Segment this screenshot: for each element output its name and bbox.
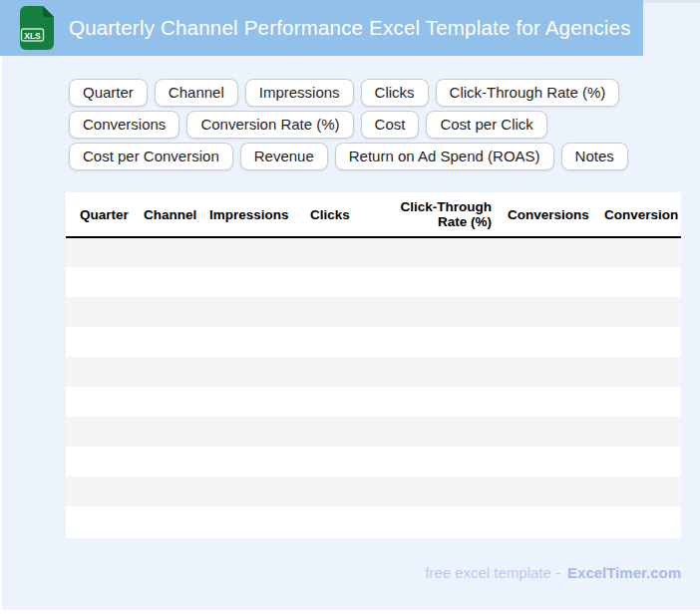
table-cell xyxy=(66,506,136,536)
tag-list: QuarterChannelImpressionsClicksClick-Thr… xyxy=(69,79,673,170)
column-header: Impressions xyxy=(201,192,302,237)
table-cell xyxy=(302,417,388,447)
table-cell xyxy=(136,297,201,327)
table-cell xyxy=(66,237,136,267)
tag-chip[interactable]: Return on Ad Spend (ROAS) xyxy=(335,143,554,170)
table-cell xyxy=(595,417,681,447)
table-row xyxy=(66,417,681,447)
tag-chip[interactable]: Cost xyxy=(361,111,420,139)
table-cell xyxy=(595,237,681,267)
table-cell xyxy=(136,327,201,357)
table-cell xyxy=(302,506,388,536)
header-bar: XLS Quarterly Channel Performance Excel … xyxy=(0,0,643,56)
table-cell xyxy=(500,476,595,506)
table-cell xyxy=(136,357,201,387)
tag-chip[interactable]: Conversion Rate (%) xyxy=(186,111,353,139)
table-cell xyxy=(595,447,681,476)
table-header-row: QuarterChannelImpressionsClicksClick-Thr… xyxy=(66,192,681,237)
table-cell xyxy=(302,297,388,327)
table-cell xyxy=(595,387,681,417)
tag-chip[interactable]: Conversions xyxy=(69,111,179,139)
table-cell xyxy=(388,506,500,536)
table-cell xyxy=(302,357,388,387)
table-cell xyxy=(201,267,302,297)
table-cell xyxy=(136,476,201,506)
footer-brand-link[interactable]: ExcelTimer.com xyxy=(567,564,681,581)
table-cell xyxy=(388,327,500,357)
table-cell xyxy=(201,297,302,327)
tag-chip[interactable]: Quarter xyxy=(69,79,148,107)
table-row xyxy=(66,506,681,536)
table-cell xyxy=(66,357,136,387)
column-header: Conversions xyxy=(500,192,595,237)
window-edge-strip xyxy=(643,0,700,3)
column-header: Quarter xyxy=(66,192,136,237)
table-cell xyxy=(136,447,201,476)
table-cell xyxy=(500,506,595,536)
tag-chip[interactable]: Impressions xyxy=(245,79,354,107)
table-cell xyxy=(201,327,302,357)
table-cell xyxy=(388,297,500,327)
tag-chip[interactable]: Clicks xyxy=(361,79,429,107)
table-cell xyxy=(66,387,136,417)
table-cell xyxy=(595,327,681,357)
tag-chip[interactable]: Revenue xyxy=(240,143,328,170)
table-row xyxy=(66,327,681,357)
table-cell xyxy=(201,357,302,387)
table-row xyxy=(66,476,681,506)
table-cell xyxy=(500,357,595,387)
table-cell xyxy=(388,387,500,417)
table-cell xyxy=(500,417,595,447)
table-cell xyxy=(66,267,136,297)
footer-text: free excel template - xyxy=(425,564,560,581)
column-header: Conversion Rate (%) xyxy=(595,192,681,237)
tag-chip[interactable]: Notes xyxy=(561,143,628,170)
table-cell xyxy=(201,476,302,506)
table-cell xyxy=(66,417,136,447)
table-cell xyxy=(595,357,681,387)
xls-badge-label: XLS xyxy=(24,31,41,41)
table-cell xyxy=(302,237,388,267)
table-cell xyxy=(500,327,595,357)
table-cell xyxy=(500,237,595,267)
table-cell xyxy=(388,417,500,447)
table-cell xyxy=(595,297,681,327)
table-cell xyxy=(500,297,595,327)
table-cell xyxy=(66,297,136,327)
page: XLS Quarterly Channel Performance Excel … xyxy=(0,0,700,610)
tag-chip[interactable]: Click-Through Rate (%) xyxy=(436,79,620,107)
footer: free excel template - ExcelTimer.com xyxy=(425,564,681,581)
page-left-margin xyxy=(0,56,2,610)
table-row xyxy=(66,237,681,267)
table-cell xyxy=(201,417,302,447)
table-cell xyxy=(201,237,302,267)
table-cell xyxy=(388,447,500,476)
table-row xyxy=(66,357,681,387)
table-cell xyxy=(66,447,136,476)
table-cell xyxy=(136,506,201,536)
table-cell xyxy=(136,417,201,447)
table-cell xyxy=(302,476,388,506)
tag-chip[interactable]: Channel xyxy=(155,79,238,107)
table-cell xyxy=(201,506,302,536)
table-cell xyxy=(302,327,388,357)
table-cell xyxy=(136,237,201,267)
table-cell xyxy=(388,267,500,297)
table-cell xyxy=(201,387,302,417)
table-cell xyxy=(595,267,681,297)
tag-chip[interactable]: Cost per Conversion xyxy=(69,143,233,170)
table-cell xyxy=(136,387,201,417)
table-cell xyxy=(388,357,500,387)
table-cell xyxy=(302,447,388,476)
table-cell xyxy=(388,476,500,506)
table-row xyxy=(66,447,681,476)
data-table: QuarterChannelImpressionsClicksClick-Thr… xyxy=(66,192,681,536)
table-cell xyxy=(66,476,136,506)
table-head: QuarterChannelImpressionsClicksClick-Thr… xyxy=(66,192,681,237)
xls-file-icon: XLS xyxy=(20,6,54,50)
tag-chip[interactable]: Cost per Click xyxy=(426,111,546,139)
table-row xyxy=(66,267,681,297)
table-row xyxy=(66,297,681,327)
table-cell xyxy=(66,327,136,357)
table-container: QuarterChannelImpressionsClicksClick-Thr… xyxy=(66,192,681,538)
